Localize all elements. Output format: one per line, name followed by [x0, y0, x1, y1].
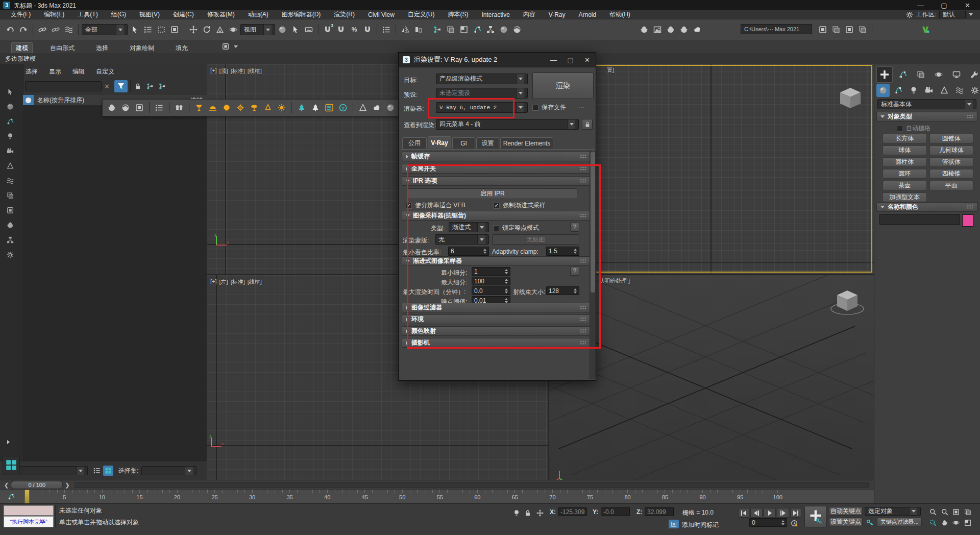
pan-icon[interactable] — [940, 518, 950, 528]
angle-snap-icon[interactable] — [335, 23, 347, 36]
primitive-button[interactable]: 圆环 — [883, 169, 927, 179]
dialog-scrollbar-thumb[interactable] — [591, 152, 595, 293]
select-and-rotate-icon[interactable] — [201, 23, 213, 36]
maxscript-listener-line[interactable]: “执行脚本完毕” — [4, 516, 54, 527]
display-xrefs-icon[interactable] — [5, 205, 15, 215]
menu-item[interactable]: Civil View — [361, 10, 401, 19]
progressive-help-button[interactable]: ? — [570, 266, 579, 276]
min-subdivs-field[interactable]: 1 — [472, 267, 510, 276]
key-filters-button[interactable]: 关键点过滤器... — [877, 518, 922, 526]
select-by-name-icon[interactable] — [142, 23, 154, 36]
viewport-label-segment[interactable]: [+] — [210, 278, 217, 286]
viewport-label-segment[interactable]: [线框] — [248, 278, 262, 286]
preset-dropdown[interactable]: 未选定预设 — [436, 88, 528, 99]
vray-render-settings-icon[interactable] — [133, 101, 145, 114]
rendered-frame-window-icon[interactable] — [651, 23, 664, 36]
dialog-tab[interactable]: 公用 — [402, 137, 427, 149]
target-dropdown[interactable]: 产品级渲染模式 — [436, 74, 528, 84]
snap-toggle-3d-icon[interactable]: 3 — [322, 23, 334, 36]
menu-item[interactable]: 组(G) — [105, 10, 133, 19]
environment-rollout[interactable]: 环境 — [402, 314, 591, 324]
explorer-layout-icon[interactable] — [103, 466, 113, 476]
use-pivot-center-icon[interactable] — [276, 23, 288, 36]
select-and-place-icon[interactable] — [227, 23, 239, 36]
viewport-persp-label-partial[interactable]: 认明暗处理 ] — [599, 277, 630, 285]
workspace-selector[interactable]: 默认 — [939, 11, 966, 18]
previous-frame-arrow-icon[interactable]: ❮ — [4, 482, 9, 489]
play-button[interactable] — [764, 508, 776, 518]
select-and-manipulate-icon[interactable] — [289, 23, 302, 36]
enable-ipr-button[interactable]: 启用 IPR — [408, 188, 577, 199]
display-geometry-filter-icon[interactable] — [5, 102, 15, 112]
spacewarps-category-icon[interactable] — [953, 84, 966, 97]
rollout-grip-icon[interactable] — [580, 154, 586, 159]
dialog-scrollbar-track[interactable] — [590, 151, 596, 379]
viewcube[interactable] — [837, 85, 864, 111]
menu-item[interactable]: 自定义(U) — [401, 10, 442, 19]
rollout-grip-icon[interactable] — [580, 341, 586, 345]
menu-item[interactable]: V-Ray — [542, 10, 572, 19]
viewport-label-segment[interactable]: [顶] — [219, 67, 228, 75]
viewport-label-segment[interactable]: [+] — [210, 67, 217, 75]
selection-filter-dropdown[interactable]: 全部 — [82, 24, 128, 35]
next-frame-arrow-icon[interactable]: ❯ — [65, 482, 69, 489]
rollout-grip-icon[interactable] — [580, 213, 586, 218]
expand-hierarchy-icon[interactable] — [145, 81, 155, 91]
menu-item[interactable]: 工具(T) — [71, 10, 104, 19]
primitive-button[interactable]: 管状体 — [929, 157, 974, 167]
lock-noise-pattern-checkbox[interactable] — [493, 225, 499, 231]
explorer-menu-item[interactable]: 选择 — [26, 67, 38, 76]
create-tab-icon[interactable] — [876, 66, 893, 83]
clear-search-icon[interactable]: ✕ — [104, 83, 110, 90]
selection-set-dropdown[interactable] — [141, 466, 197, 475]
current-frame-marker[interactable] — [24, 490, 30, 504]
renderer-dropdown[interactable]: V-Ray 6, update 2 — [436, 102, 528, 113]
spinner-snap-icon[interactable] — [361, 23, 374, 36]
rollout-grip-icon[interactable] — [580, 166, 586, 171]
collapse-hierarchy-icon[interactable] — [157, 81, 167, 91]
keyboard-shortcut-override-icon[interactable] — [303, 23, 315, 36]
explorer-menu-item[interactable]: 显示 — [49, 67, 61, 76]
zoom-region-icon[interactable] — [928, 518, 938, 528]
vray-sphere-fade-icon[interactable] — [384, 101, 397, 114]
hierarchy-tab-icon[interactable] — [913, 67, 928, 82]
auto-key-button[interactable]: 自动关键点 — [829, 507, 863, 516]
name-color-rollout-header[interactable]: 名称和颜色 — [876, 202, 977, 212]
previous-frame-button[interactable] — [750, 508, 763, 518]
primitive-button[interactable]: 圆锥体 — [929, 134, 974, 143]
rollout-grip-icon[interactable] — [580, 259, 586, 263]
sampler-type-dropdown[interactable]: 渐进式 — [449, 222, 489, 232]
render-setup-icon[interactable] — [638, 23, 650, 36]
dialog-maximize-button[interactable]: ▢ — [562, 55, 579, 65]
next-frame-button[interactable] — [777, 508, 789, 518]
render-mask-dropdown[interactable]: 无 — [435, 234, 489, 245]
display-all-icon[interactable] — [5, 87, 15, 97]
maximize-button[interactable]: ▢ — [933, 0, 955, 10]
vray-proxy-icon[interactable] — [296, 101, 308, 114]
time-slider-handle[interactable]: 0 / 100 — [11, 481, 63, 489]
vray-sphere-light-icon[interactable] — [220, 101, 233, 114]
rollout-grip-icon[interactable] — [580, 179, 586, 183]
vray-menu-icon[interactable] — [919, 23, 932, 36]
explorer-menu-item[interactable]: 编辑 — [72, 67, 85, 76]
vray-mesh-light-icon[interactable] — [234, 101, 247, 114]
display-bones-icon[interactable] — [5, 235, 15, 245]
max-subdivs-field[interactable]: 100 — [472, 277, 510, 285]
image-filter-rollout[interactable]: 图像过滤器 — [402, 303, 591, 312]
vray-physical-camera-icon[interactable] — [173, 101, 185, 114]
vray-asset-browser-icon[interactable] — [153, 101, 165, 114]
vray-light-lister-icon[interactable] — [323, 101, 335, 114]
align-icon[interactable] — [412, 23, 425, 36]
save-file-browse-button[interactable]: ... — [578, 103, 585, 110]
max-render-time-field[interactable]: 0.0 — [472, 286, 510, 295]
add-time-tag-label[interactable]: 添加时间标记 — [682, 521, 719, 529]
ribbon-minimize-icon[interactable] — [234, 45, 238, 48]
primitive-button[interactable]: 长方体 — [883, 134, 927, 143]
dialog-tab[interactable]: 设置 — [476, 137, 499, 149]
time-tag-icon[interactable] — [669, 520, 679, 528]
modify-tab-icon[interactable] — [895, 67, 911, 82]
vray-plane-light-icon[interactable] — [193, 101, 205, 114]
dialog-tab[interactable]: V-Ray — [428, 136, 451, 149]
viewport-label-segment[interactable]: [标准] — [231, 67, 245, 75]
primitive-button[interactable]: 几何球体 — [929, 145, 974, 155]
